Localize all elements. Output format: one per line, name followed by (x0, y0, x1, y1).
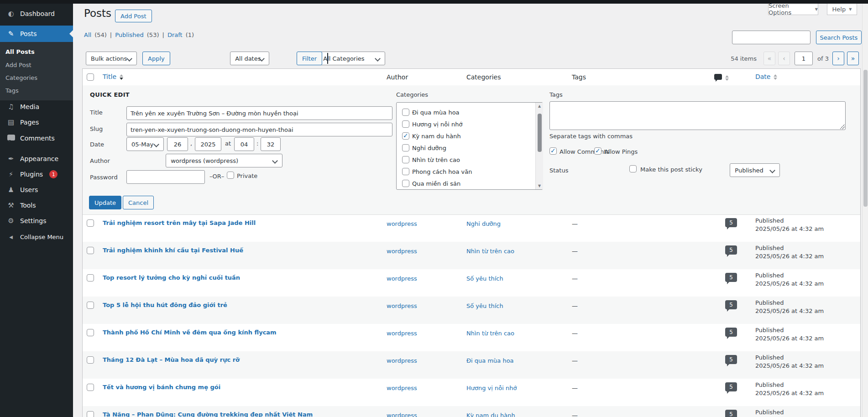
comment-count-badge[interactable]: 5 (725, 300, 737, 309)
month-select[interactable]: 05-May (126, 137, 164, 151)
sidebar-item-pages[interactable]: ▤ Pages (0, 115, 73, 130)
category-checkbox[interactable] (402, 168, 409, 175)
category-checkbox[interactable] (402, 144, 409, 151)
year-input[interactable] (195, 137, 221, 151)
comment-count-badge[interactable]: 5 (725, 273, 737, 282)
sidebar-item-media[interactable]: ♫ Media (0, 99, 73, 115)
scrollbar-thumb[interactable] (538, 114, 542, 152)
minute-input[interactable] (261, 137, 281, 151)
sidebar-item-comments[interactable]: Comments (0, 130, 73, 146)
sidebar-subitem-tags[interactable]: Tags (0, 84, 73, 97)
private-checkbox[interactable] (227, 172, 234, 179)
scrollbar-thumb[interactable] (863, 70, 868, 207)
bulk-actions-select[interactable]: Bulk actions (86, 52, 137, 65)
sidebar-item-appearance[interactable]: ✒ Appearance (0, 151, 73, 167)
post-title-link[interactable]: Trải nghiệm khinh khí cầu tại Festival H… (103, 247, 243, 254)
cancel-button[interactable]: Cancel (123, 196, 154, 209)
post-author-link[interactable]: wordpress (387, 385, 417, 391)
quick-edit-title-input[interactable] (126, 106, 392, 120)
comment-count-badge[interactable]: 5 (725, 410, 737, 417)
comment-count-badge[interactable]: 5 (725, 218, 737, 227)
scroll-down-icon[interactable]: ▼ (536, 184, 543, 188)
post-title-link[interactable]: Thành phố Hồ Chí Minh về đêm qua ống kín… (103, 329, 277, 336)
tags-textarea[interactable] (549, 101, 846, 130)
last-page-button[interactable]: » (847, 52, 859, 65)
post-category-link[interactable]: Số yêu thích (466, 275, 503, 282)
post-title-link[interactable]: Trải nghiệm resort trên mây tại Sapa Jad… (103, 219, 256, 226)
category-checkbox[interactable] (402, 156, 409, 163)
apply-button[interactable]: Apply (142, 52, 170, 65)
sidebar-subitem-categories[interactable]: Categories (0, 71, 73, 84)
post-author-link[interactable]: wordpress (387, 275, 417, 282)
collapse-menu-button[interactable]: ◀ Collapse Menu (0, 229, 73, 245)
categories-filter-select[interactable]: All Categories (318, 52, 385, 65)
add-post-button[interactable]: Add Post (115, 10, 152, 22)
resize-grip-icon[interactable] (840, 125, 845, 129)
post-category-link[interactable]: Hương vị nỗi nhớ (466, 385, 517, 391)
post-category-link[interactable]: Kỳ nam du hành (466, 412, 515, 417)
allow-pings-checkbox[interactable] (594, 147, 601, 155)
post-title-link[interactable]: Tháng 12 Đà Lạt – Mùa hoa dã quỳ rực rỡ (103, 356, 240, 363)
row-checkbox[interactable] (87, 384, 94, 391)
row-checkbox[interactable] (87, 302, 94, 309)
day-input[interactable] (167, 137, 188, 151)
filter-button[interactable]: Filter (297, 52, 322, 65)
status-select[interactable]: Published (730, 163, 780, 177)
help-tab[interactable]: Help ▼ (827, 4, 857, 15)
sidebar-item-plugins[interactable]: ⚡ Plugins 1 (0, 167, 73, 182)
sidebar-item-tools[interactable]: ⚒ Tools (0, 198, 73, 213)
post-category-link[interactable]: Nhìn từ trên cao (466, 248, 514, 255)
category-checkbox[interactable] (402, 109, 409, 116)
row-checkbox[interactable] (87, 219, 94, 227)
comment-count-badge[interactable]: 5 (725, 382, 737, 391)
page-scrollbar[interactable] (862, 4, 868, 417)
select-all-checkbox[interactable] (87, 73, 94, 81)
post-title-link[interactable]: Tết và hương vị bánh chưng mẹ gói (103, 384, 220, 391)
sidebar-subitem-all-posts[interactable]: All Posts (0, 45, 73, 58)
post-author-link[interactable]: wordpress (387, 412, 417, 417)
author-select[interactable]: wordpress (wordpress) (166, 154, 282, 167)
current-page-input[interactable] (795, 52, 813, 65)
sidebar-item-settings[interactable]: ⚙ Settings (0, 213, 73, 229)
row-checkbox[interactable] (87, 411, 94, 417)
comment-count-badge[interactable]: 5 (725, 355, 737, 364)
search-posts-button[interactable]: Search Posts (816, 31, 862, 44)
post-category-link[interactable]: Số yêu thích (466, 302, 503, 309)
post-title-link[interactable]: Tà Năng – Phan Dũng: Cung đường trekking… (103, 411, 313, 417)
category-checkbox[interactable] (402, 180, 409, 187)
category-checkbox[interactable] (402, 120, 409, 128)
screen-options-tab[interactable]: Screen Options ▼ (768, 4, 818, 15)
post-title-link[interactable]: Top resort lý tưởng cho kỳ nghỉ cuối tuầ… (103, 274, 240, 281)
search-input[interactable] (732, 31, 810, 44)
post-category-link[interactable]: Nghỉ dưỡng (466, 220, 501, 227)
post-category-link[interactable]: Đi qua mùa hoa (466, 357, 514, 364)
post-author-link[interactable]: wordpress (387, 357, 417, 364)
sort-by-title-header[interactable]: Title (103, 73, 123, 80)
row-checkbox[interactable] (87, 247, 94, 254)
sort-by-date-header[interactable]: Date (755, 73, 777, 80)
scroll-up-icon[interactable]: ▲ (536, 104, 543, 108)
post-author-link[interactable]: wordpress (387, 248, 417, 255)
sticky-checkbox[interactable] (629, 165, 637, 172)
row-checkbox[interactable] (87, 274, 94, 281)
sort-by-comments-header[interactable] (714, 74, 729, 81)
post-author-link[interactable]: wordpress (387, 330, 417, 337)
hour-input[interactable] (234, 137, 254, 151)
post-author-link[interactable]: wordpress (387, 302, 417, 309)
view-published-link[interactable]: Published (115, 31, 144, 38)
row-checkbox[interactable] (87, 329, 94, 336)
row-checkbox[interactable] (87, 356, 94, 364)
sidebar-subitem-add-post[interactable]: Add Post (0, 58, 73, 71)
sidebar-item-dashboard[interactable]: ◐ Dashboard (0, 6, 73, 21)
password-input[interactable] (126, 170, 205, 184)
category-checkbox[interactable] (402, 132, 409, 140)
comment-count-badge[interactable]: 5 (725, 245, 737, 255)
post-category-link[interactable]: Nhìn từ trên cao (466, 330, 514, 337)
categories-scrollbar[interactable]: ▲ ▼ (535, 103, 543, 189)
post-author-link[interactable]: wordpress (387, 220, 417, 227)
comment-count-badge[interactable]: 5 (725, 328, 737, 337)
view-all-link[interactable]: All (84, 31, 91, 38)
next-page-button[interactable]: › (832, 52, 844, 65)
allow-comments-checkbox[interactable] (549, 147, 557, 155)
dates-filter-select[interactable]: All dates (230, 52, 269, 65)
